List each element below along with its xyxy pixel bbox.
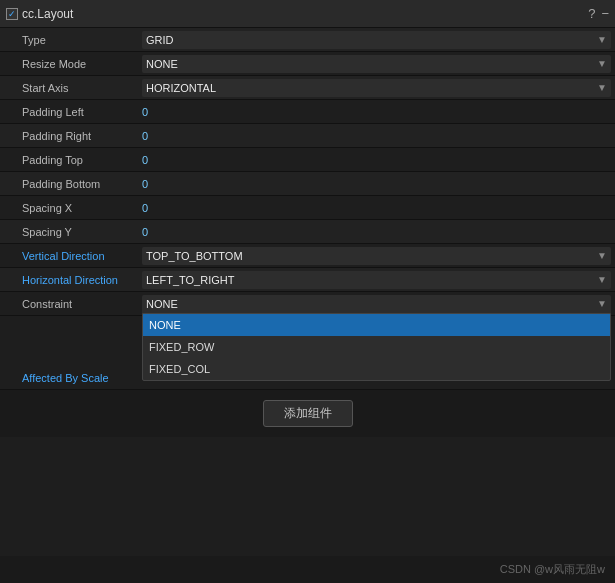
start-axis-select-wrapper[interactable]: HORIZONTAL VERTICAL ▼ xyxy=(142,79,611,97)
constraint-dropdown-arrow: ▼ xyxy=(597,298,607,309)
constraint-dropdown-list: NONE FIXED_ROW FIXED_COL xyxy=(142,313,611,381)
type-select-wrapper[interactable]: GRID HORIZONTAL VERTICAL NONE ▼ xyxy=(142,31,611,49)
padding-top-input[interactable] xyxy=(142,154,611,166)
constraint-dropdown-wrapper[interactable]: NONE ▼ NONE FIXED_ROW FIXED_COL xyxy=(142,295,611,313)
padding-top-label: Padding Top xyxy=(22,154,142,166)
panel-body: Type GRID HORIZONTAL VERTICAL NONE ▼ Res… xyxy=(0,28,615,556)
prop-row-horizontal-direction: Horizontal Direction LEFT_TO_RIGHT RIGHT… xyxy=(0,268,615,292)
padding-left-label: Padding Left xyxy=(22,106,142,118)
prop-row-constraint: Constraint NONE ▼ NONE FIXED_ROW FIXED_C… xyxy=(0,292,615,316)
add-btn-row: 添加组件 xyxy=(0,390,615,437)
spacing-y-input[interactable] xyxy=(142,226,611,238)
padding-right-input[interactable] xyxy=(142,130,611,142)
constraint-current-value: NONE xyxy=(146,298,178,310)
vertical-direction-select[interactable]: TOP_TO_BOTTOM BOTTOM_TO_TOP xyxy=(142,247,611,265)
start-axis-select[interactable]: HORIZONTAL VERTICAL xyxy=(142,79,611,97)
constraint-option-fixed-col[interactable]: FIXED_COL xyxy=(143,358,610,380)
resize-mode-select[interactable]: NONE CONTAINER CHILDREN xyxy=(142,55,611,73)
prop-row-type: Type GRID HORIZONTAL VERTICAL NONE ▼ xyxy=(0,28,615,52)
horizontal-direction-select-wrapper[interactable]: LEFT_TO_RIGHT RIGHT_TO_LEFT ▼ xyxy=(142,271,611,289)
prop-row-spacing-y: Spacing Y xyxy=(0,220,615,244)
layout-panel: cc.Layout ? − Type GRID HORIZONTAL VERTI… xyxy=(0,0,615,583)
add-component-button[interactable]: 添加组件 xyxy=(263,400,353,427)
padding-bottom-label: Padding Bottom xyxy=(22,178,142,190)
panel-header: cc.Layout ? − xyxy=(0,0,615,28)
spacing-x-label: Spacing X xyxy=(22,202,142,214)
constraint-option-fixed-row[interactable]: FIXED_ROW xyxy=(143,336,610,358)
horizontal-direction-select[interactable]: LEFT_TO_RIGHT RIGHT_TO_LEFT xyxy=(142,271,611,289)
resize-mode-select-wrapper[interactable]: NONE CONTAINER CHILDREN ▼ xyxy=(142,55,611,73)
start-axis-label: Start Axis xyxy=(22,82,142,94)
padding-right-label: Padding Right xyxy=(22,130,142,142)
prop-row-padding-right: Padding Right xyxy=(0,124,615,148)
panel-title: cc.Layout xyxy=(22,7,588,21)
panel-icons: ? − xyxy=(588,7,609,20)
collapse-icon[interactable]: − xyxy=(601,7,609,20)
footer-text: CSDN @w风雨无阻w xyxy=(500,563,605,575)
padding-bottom-input[interactable] xyxy=(142,178,611,190)
prop-row-padding-top: Padding Top xyxy=(0,148,615,172)
help-icon[interactable]: ? xyxy=(588,7,595,20)
prop-row-resize-mode: Resize Mode NONE CONTAINER CHILDREN ▼ xyxy=(0,52,615,76)
type-label: Type xyxy=(22,34,142,46)
resize-mode-label: Resize Mode xyxy=(22,58,142,70)
constraint-option-none[interactable]: NONE xyxy=(143,314,610,336)
spacing-x-input[interactable] xyxy=(142,202,611,214)
constraint-label: Constraint xyxy=(22,298,142,310)
spacing-y-label: Spacing Y xyxy=(22,226,142,238)
type-select[interactable]: GRID HORIZONTAL VERTICAL NONE xyxy=(142,31,611,49)
prop-row-start-axis: Start Axis HORIZONTAL VERTICAL ▼ xyxy=(0,76,615,100)
constraint-display[interactable]: NONE ▼ xyxy=(142,295,611,313)
padding-left-input[interactable] xyxy=(142,106,611,118)
prop-row-vertical-direction: Vertical Direction TOP_TO_BOTTOM BOTTOM_… xyxy=(0,244,615,268)
footer: CSDN @w风雨无阻w xyxy=(0,556,615,583)
vertical-direction-label: Vertical Direction xyxy=(22,250,142,262)
component-enabled-checkbox[interactable] xyxy=(6,8,18,20)
vertical-direction-select-wrapper[interactable]: TOP_TO_BOTTOM BOTTOM_TO_TOP ▼ xyxy=(142,247,611,265)
prop-row-spacing-x: Spacing X xyxy=(0,196,615,220)
prop-row-padding-left: Padding Left xyxy=(0,100,615,124)
horizontal-direction-label: Horizontal Direction xyxy=(22,274,142,286)
prop-row-padding-bottom: Padding Bottom xyxy=(0,172,615,196)
